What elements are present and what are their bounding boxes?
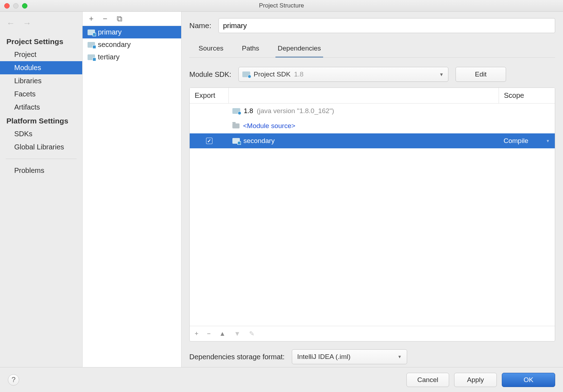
remove-module-icon[interactable]: − [103, 15, 107, 23]
module-item-secondary[interactable]: secondary [83, 38, 181, 51]
module-item-tertiary[interactable]: tertiary [83, 51, 181, 63]
remove-dep-icon[interactable]: − [207, 330, 211, 338]
deps-col-name[interactable] [229, 88, 499, 103]
module-editor: Name: Sources Paths Dependencies Module … [181, 12, 563, 367]
module-icon [88, 30, 95, 35]
module-tabs: Sources Paths Dependencies [189, 42, 555, 58]
dependencies-table: Export Scope 1.8 (java version "1.8.0_16… [189, 88, 555, 341]
sdk-selected-prefix: Project SDK [254, 70, 290, 78]
module-item-primary[interactable]: primary [83, 26, 181, 38]
dep-row-secondary[interactable]: ✓ secondary Compile ▼ [190, 133, 555, 148]
module-sdk-label: Module SDK: [189, 70, 231, 79]
nav-history-arrows: ← → [0, 15, 82, 35]
module-icon [88, 42, 95, 48]
dep-row-module-source[interactable]: <Module source> [190, 118, 555, 133]
move-down-icon[interactable]: ▼ [234, 330, 241, 338]
storage-format-label: Dependencies storage format: [189, 353, 285, 361]
module-label: primary [98, 28, 122, 36]
module-icon [232, 138, 240, 144]
nav-item-sdks[interactable]: SDKs [0, 127, 82, 141]
module-label: secondary [98, 41, 131, 49]
ok-button[interactable]: OK [502, 373, 555, 387]
maximize-window-icon[interactable] [22, 3, 27, 9]
copy-module-icon[interactable]: ⧉ [117, 15, 122, 23]
module-icon [88, 54, 95, 60]
apply-button[interactable]: Apply [454, 373, 497, 387]
dep-name: 1.8 [244, 107, 253, 115]
tab-sources[interactable]: Sources [196, 42, 226, 57]
tab-dependencies[interactable]: Dependencies [275, 42, 323, 58]
module-sdk-select[interactable]: Project SDK 1.8 ▼ [238, 67, 448, 82]
dep-name: <Module source> [243, 122, 295, 130]
nav-divider [6, 159, 77, 159]
chevron-down-icon: ▼ [398, 354, 402, 359]
titlebar: Project Structure [0, 0, 563, 12]
edit-sdk-button[interactable]: Edit [456, 67, 506, 82]
modules-panel: + − ⧉ primary secondary tertiary [83, 12, 181, 367]
chevron-down-icon: ▼ [439, 72, 444, 77]
module-label: tertiary [98, 53, 120, 61]
add-module-icon[interactable]: + [89, 15, 94, 23]
move-up-icon[interactable]: ▲ [219, 330, 226, 338]
storage-format-select[interactable]: IntelliJ IDEA (.iml) ▼ [292, 349, 407, 364]
content: ← → Project Settings Project Modules Lib… [0, 12, 563, 367]
nav-item-libraries[interactable]: Libraries [0, 74, 82, 88]
nav-item-project[interactable]: Project [0, 48, 82, 61]
dep-scope: Compile [504, 137, 528, 145]
module-sdk-row: Module SDK: Project SDK 1.8 ▼ Edit [189, 67, 555, 82]
jdk-icon [232, 108, 240, 114]
nav-heading-project-settings: Project Settings [0, 35, 82, 48]
left-sidebar: ← → Project Settings Project Modules Lib… [0, 12, 83, 367]
close-window-icon[interactable] [4, 3, 10, 9]
chevron-down-icon[interactable]: ▼ [546, 139, 550, 143]
nav-item-facets[interactable]: Facets [0, 88, 82, 101]
dialog-footer: ? Cancel Apply OK [0, 367, 563, 392]
back-arrow-icon[interactable]: ← [6, 18, 15, 28]
window-title: Project Structure [259, 2, 304, 9]
nav-heading-platform-settings: Platform Settings [0, 114, 82, 127]
dep-row-jdk[interactable]: 1.8 (java version "1.8.0_162") [190, 104, 555, 118]
deps-table-body: 1.8 (java version "1.8.0_162") <Module s… [190, 104, 555, 326]
name-row: Name: [189, 18, 555, 33]
export-checkbox[interactable]: ✓ [206, 138, 212, 144]
jdk-icon [242, 71, 250, 77]
add-dep-icon[interactable]: + [195, 330, 199, 338]
tab-paths[interactable]: Paths [240, 42, 262, 57]
deps-col-export[interactable]: Export [190, 88, 229, 103]
dep-extra: (java version "1.8.0_162") [257, 107, 334, 115]
window-controls [4, 3, 27, 9]
nav-item-modules[interactable]: Modules [0, 61, 82, 74]
deps-table-header: Export Scope [190, 88, 555, 104]
name-label: Name: [189, 21, 211, 30]
cancel-button[interactable]: Cancel [406, 373, 449, 387]
nav-item-artifacts[interactable]: Artifacts [0, 101, 82, 114]
sdk-version: 1.8 [294, 70, 303, 78]
storage-format-value: IntelliJ IDEA (.iml) [297, 353, 351, 361]
module-name-input[interactable] [219, 18, 555, 33]
deps-col-scope[interactable]: Scope [499, 88, 555, 103]
dep-name: secondary [243, 137, 275, 145]
forward-arrow-icon[interactable]: → [23, 18, 31, 28]
deps-toolbar: + − ▲ ▼ ✎ [190, 326, 555, 341]
nav-item-problems[interactable]: Problems [0, 164, 82, 177]
nav-item-global-libraries[interactable]: Global Libraries [0, 141, 82, 154]
minimize-window-icon [13, 3, 19, 9]
edit-dep-icon[interactable]: ✎ [249, 330, 254, 338]
folder-icon [232, 123, 240, 128]
help-button[interactable]: ? [8, 374, 19, 386]
footer-buttons: Cancel Apply OK [406, 373, 555, 387]
storage-format-row: Dependencies storage format: IntelliJ ID… [189, 349, 555, 364]
modules-toolbar: + − ⧉ [83, 12, 181, 26]
